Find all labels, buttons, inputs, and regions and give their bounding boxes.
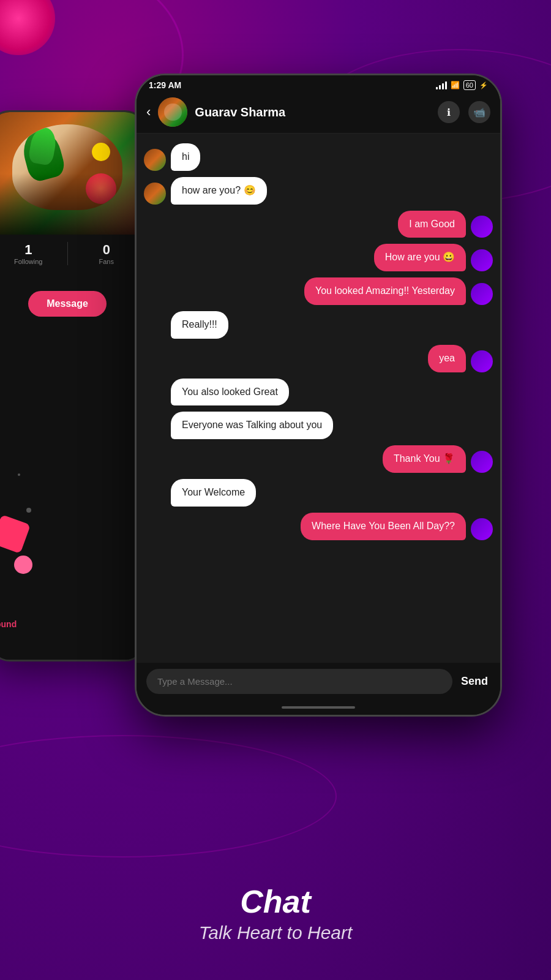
message-avatar-1 <box>144 149 166 171</box>
bottom-text-area: Chat Talk Heart to Heart <box>0 883 551 943</box>
message-input[interactable] <box>146 669 452 694</box>
message-row-8: You also looked Great <box>144 379 493 406</box>
fans-stat: 0 Fans <box>68 242 146 265</box>
message-text-8: You also looked Great <box>182 386 278 397</box>
fans-count: 0 <box>68 242 146 258</box>
phones-area: 1 Following 0 Fans Message ✕ ound <box>0 74 551 747</box>
message-bubble-6: Really!!! <box>171 311 228 339</box>
video-call-button[interactable]: 📹 <box>468 101 490 123</box>
following-stat: 1 Following <box>0 242 68 265</box>
status-time: 1:29 AM <box>149 80 181 90</box>
contact-avatar <box>158 97 187 127</box>
signal-bars <box>436 81 447 89</box>
message-bubble-8: You also looked Great <box>171 379 289 406</box>
signal-bar-3 <box>442 83 444 89</box>
found-label: ound <box>0 619 17 629</box>
message-bubble-3: I am Good <box>398 211 466 238</box>
chat-header: ‹ Guarav Sharma ℹ 📹 <box>137 92 500 134</box>
chat-input-area: Send <box>137 663 500 703</box>
app-subtitle: Talk Heart to Heart <box>0 922 551 943</box>
background-phone: 1 Following 0 Fans Message ✕ ound <box>0 110 147 662</box>
message-text-7: yea <box>439 353 455 363</box>
following-count: 1 <box>0 242 67 258</box>
message-text-3: I am Good <box>409 219 455 229</box>
message-bubble-10: Thank You 🌹 <box>383 445 466 473</box>
message-bubble-11: Your Welcome <box>171 479 256 507</box>
message-bubble-9: Everyone was Talking about you <box>171 412 333 439</box>
video-icon: 📹 <box>473 107 485 118</box>
main-phone: 1:29 AM 📶 60 ⚡ ‹ <box>135 74 502 717</box>
signal-bar-4 <box>445 81 447 89</box>
message-avatar-2 <box>144 183 166 205</box>
info-icon: ℹ <box>447 107 451 118</box>
bg-phone-stats: 1 Following 0 Fans <box>0 235 145 273</box>
app-title: Chat <box>0 883 551 920</box>
message-row-3: I am Good <box>144 211 493 238</box>
bg-phone-content: Message <box>0 273 145 660</box>
phone-notch <box>282 75 355 80</box>
message-bubble-2: how are you? 😊 <box>171 177 267 205</box>
contact-name: Guarav Sharma <box>195 105 430 119</box>
message-bubble-12: Where Have You Been All Day?? <box>301 513 466 540</box>
header-action-icons: ℹ 📹 <box>438 101 490 123</box>
pink-decoration2 <box>14 556 32 574</box>
message-row-4: How are you 😀 <box>144 244 493 271</box>
message-text-12: Where Have You Been All Day?? <box>312 521 455 531</box>
message-avatar-4 <box>471 249 493 271</box>
message-row-6: Really!!! <box>144 311 493 339</box>
message-bubble-7: yea <box>428 345 466 372</box>
message-avatar-3 <box>471 216 493 238</box>
send-button[interactable]: Send <box>459 670 490 693</box>
message-row-10: Thank You 🌹 <box>144 445 493 473</box>
chat-messages: hi how are you? 😊 I am Good <box>137 134 500 663</box>
message-text-11: Your Welcome <box>182 487 245 497</box>
info-button[interactable]: ℹ <box>438 101 460 123</box>
message-avatar-10 <box>471 451 493 473</box>
message-row-5: You looked Amazing!! Yesterday <box>144 277 493 305</box>
wifi-icon: 📶 <box>451 81 460 89</box>
message-row-2: how are you? 😊 <box>144 177 493 205</box>
charging-icon: ⚡ <box>479 81 488 89</box>
back-button[interactable]: ‹ <box>146 104 151 120</box>
message-row-12: Where Have You Been All Day?? <box>144 513 493 540</box>
food-image <box>0 112 145 235</box>
message-text-4: How are you 😀 <box>385 252 455 262</box>
signal-bar-1 <box>436 87 438 89</box>
signal-bar-2 <box>439 85 441 89</box>
message-avatar-12 <box>471 518 493 540</box>
fans-label: Fans <box>68 258 146 265</box>
message-text-10: Thank You 🌹 <box>394 453 455 464</box>
message-row-9: Everyone was Talking about you <box>144 412 493 439</box>
home-indicator <box>137 703 500 715</box>
message-avatar-5 <box>471 283 493 305</box>
message-bubble-1: hi <box>171 143 200 171</box>
battery-icon: 60 <box>463 80 476 90</box>
following-label: Following <box>0 258 67 265</box>
message-text-5: You looked Amazing!! Yesterday <box>315 285 455 296</box>
home-bar <box>282 706 355 709</box>
message-button[interactable]: Message <box>28 291 107 317</box>
message-bubble-4: How are you 😀 <box>374 244 466 271</box>
message-text-9: Everyone was Talking about you <box>182 420 322 430</box>
message-bubble-5: You looked Amazing!! Yesterday <box>304 277 466 305</box>
message-row-11: Your Welcome <box>144 479 493 507</box>
status-icons: 📶 60 ⚡ <box>436 80 488 90</box>
message-row-1: hi <box>144 143 493 171</box>
message-text-2: how are you? 😊 <box>182 185 256 195</box>
message-text-6: Really!!! <box>182 319 217 330</box>
message-row-7: yea <box>144 345 493 372</box>
message-avatar-7 <box>471 350 493 372</box>
message-text-1: hi <box>182 151 189 162</box>
